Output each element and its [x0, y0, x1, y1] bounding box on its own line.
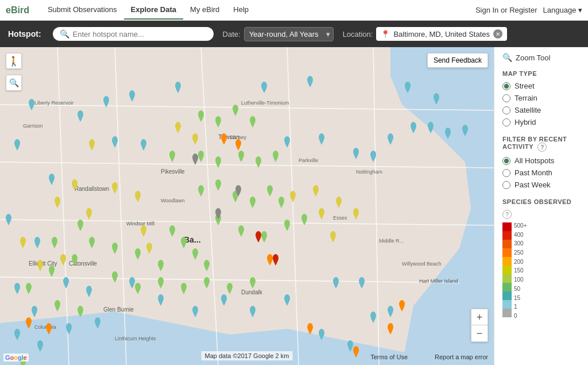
hotspot-label: Hotspot:: [8, 29, 41, 39]
legend-100: 100: [514, 276, 527, 283]
svg-text:Middle R...: Middle R...: [379, 238, 404, 244]
svg-text:Hart Miller Island: Hart Miller Island: [419, 278, 458, 284]
map-type-terrain[interactable]: Terrain: [502, 94, 580, 102]
legend-150: 150: [514, 267, 527, 274]
location-pin-icon: 📍: [381, 30, 390, 39]
map-canvas: Towson Randallstown Pikesville Ba... Cat…: [0, 47, 494, 365]
svg-text:Garrison: Garrison: [23, 123, 43, 129]
location-section: Location: 📍 Baltimore, MD, United States…: [343, 27, 507, 41]
filter-month-radio[interactable]: [502, 169, 510, 177]
nav-explore[interactable]: Explore Data: [124, 1, 183, 20]
app-logo: eBird: [6, 5, 29, 16]
filter-past-week[interactable]: Past Week: [502, 180, 580, 189]
search-box[interactable]: 🔍: [53, 27, 214, 41]
sign-in-link[interactable]: Sign In or Register: [475, 6, 537, 14]
filter-week-label[interactable]: Past Week: [514, 180, 551, 189]
svg-text:Glen Burnie: Glen Burnie: [103, 306, 134, 313]
filter-activity-help-button[interactable]: ?: [537, 143, 547, 152]
map-type-section: MAP TYPE Street Terrain Satellite Hybrid: [502, 70, 580, 126]
nav-myebird[interactable]: My eBird: [183, 1, 226, 20]
filter-all-hotspots[interactable]: All Hotspots: [502, 156, 580, 165]
legend-1: 1: [514, 303, 527, 310]
svg-text:Ba...: Ba...: [184, 235, 201, 244]
color-100: [502, 274, 512, 283]
nav-submit[interactable]: Submit Observations: [41, 1, 124, 20]
zoom-out-button[interactable]: −: [471, 325, 488, 341]
filter-all-radio[interactable]: [502, 157, 510, 165]
map-type-hybrid-label[interactable]: Hybrid: [514, 118, 536, 126]
nav-help[interactable]: Help: [226, 1, 256, 20]
legend-15: 15: [514, 295, 527, 301]
color-15: [502, 291, 512, 300]
zoom-tool-label: Zoom Tool: [516, 53, 550, 62]
map-type-hybrid[interactable]: Hybrid: [502, 118, 580, 126]
color-200: [502, 257, 512, 266]
color-300: [502, 240, 512, 248]
legend-400: 400: [514, 232, 527, 238]
svg-text:Randallstown: Randallstown: [75, 186, 109, 192]
svg-text:Catonsville: Catonsville: [69, 260, 97, 267]
zoom-in-button[interactable]: +: [471, 309, 488, 325]
location-label: Location:: [343, 30, 373, 39]
color-0: [502, 309, 512, 317]
send-feedback-button[interactable]: Send Feedback: [427, 53, 488, 68]
map-type-terrain-label[interactable]: Terrain: [514, 94, 537, 102]
date-select[interactable]: Year-round, All Years: [244, 27, 334, 41]
filter-week-radio[interactable]: [502, 181, 510, 189]
search-bar: Hotspot: 🔍 Date: Year-round, All Years L…: [0, 21, 588, 47]
svg-text:Linthicum Heights: Linthicum Heights: [115, 336, 156, 341]
street-view-button[interactable]: 🚶: [6, 53, 22, 69]
map-type-street-radio[interactable]: [502, 82, 510, 90]
right-panel: 🔍 Zoom Tool MAP TYPE Street Terrain Sate…: [494, 47, 588, 365]
species-section: SPECIES OBSERVED ? 500+: [502, 198, 580, 319]
color-150: [502, 266, 512, 274]
map-type-street[interactable]: Street: [502, 82, 580, 90]
zoom-tool-button[interactable]: 🔍: [6, 75, 22, 91]
color-legend: 500+ 400 300 250 200 150 100 50 15 1 0: [502, 222, 580, 319]
map-zoom-controls: + −: [471, 309, 488, 342]
filter-past-month[interactable]: Past Month: [502, 168, 580, 177]
map-type-satellite[interactable]: Satellite: [502, 106, 580, 114]
color-bar: [502, 222, 512, 317]
date-wrapper[interactable]: Year-round, All Years: [244, 27, 334, 41]
right-links: Sign In or Register Language ▾: [475, 6, 582, 14]
nav-links: Submit Observations Explore Data My eBir…: [41, 1, 475, 20]
google-logo: Google: [3, 354, 29, 362]
svg-text:Lutherville-Timonium: Lutherville-Timonium: [241, 100, 289, 106]
species-help-button[interactable]: ?: [502, 210, 512, 219]
zoom-tool-icon: 🔍: [502, 53, 512, 62]
map-type-satellite-radio[interactable]: [502, 106, 510, 114]
color-50: [502, 283, 512, 291]
legend-300: 300: [514, 240, 527, 247]
svg-text:Willywood Beach: Willywood Beach: [402, 261, 442, 267]
legend-250: 250: [514, 249, 527, 256]
svg-text:Woodlawn: Woodlawn: [161, 198, 185, 203]
color-labels: 500+ 400 300 250 200 150 100 50 15 1 0: [514, 222, 527, 319]
report-error-link[interactable]: Report a map error: [435, 354, 488, 360]
svg-text:Pikesville: Pikesville: [161, 168, 185, 175]
map-terms[interactable]: Terms of Use: [370, 354, 408, 360]
svg-text:Ellicott City: Ellicott City: [29, 260, 57, 267]
search-input[interactable]: [73, 30, 207, 39]
color-500: [502, 222, 512, 231]
map-type-title: MAP TYPE: [502, 70, 580, 77]
map-type-street-label[interactable]: Street: [514, 82, 535, 90]
map-type-terrain-radio[interactable]: [502, 94, 510, 102]
top-navigation: eBird Submit Observations Explore Data M…: [0, 0, 588, 21]
map-type-satellite-label[interactable]: Satellite: [514, 106, 541, 114]
zoom-tool-header: 🔍 Zoom Tool: [502, 53, 580, 62]
main-content: Towson Randallstown Pikesville Ba... Cat…: [0, 47, 588, 365]
language-dropdown[interactable]: Language ▾: [543, 6, 582, 14]
map-area[interactable]: Towson Randallstown Pikesville Ba... Cat…: [0, 47, 494, 365]
svg-text:Essex: Essex: [333, 215, 347, 221]
clear-location-button[interactable]: ✕: [493, 29, 502, 39]
filter-month-label[interactable]: Past Month: [514, 168, 552, 177]
location-box[interactable]: 📍 Baltimore, MD, United States ✕: [376, 27, 507, 41]
svg-text:Carney: Carney: [230, 135, 247, 140]
map-attribution: Map data ©2017 Google 2 km: [202, 351, 293, 360]
filter-all-label[interactable]: All Hotspots: [514, 156, 554, 165]
species-title: SPECIES OBSERVED: [502, 198, 580, 205]
legend-0: 0: [514, 313, 527, 319]
map-type-hybrid-radio[interactable]: [502, 118, 510, 126]
svg-text:Windsor Mill: Windsor Mill: [126, 221, 154, 226]
